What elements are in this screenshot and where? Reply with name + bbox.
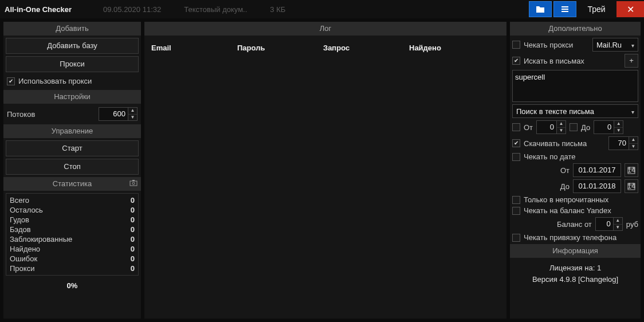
from-input[interactable]: 0 bbox=[536, 120, 557, 134]
svg-text:14: 14 bbox=[627, 182, 635, 190]
svg-text:14: 14 bbox=[627, 166, 635, 174]
date-to-input[interactable]: 01.01.2018 bbox=[573, 179, 621, 193]
to-spinner[interactable]: ▲▼ bbox=[614, 120, 623, 134]
download-spinner[interactable]: ▲▼ bbox=[629, 136, 638, 150]
tray-button[interactable]: Трей bbox=[578, 1, 615, 17]
menu-button[interactable] bbox=[553, 1, 576, 17]
date-to-label: До bbox=[560, 182, 570, 191]
balance-label: Баланс от bbox=[557, 220, 592, 229]
threads-input[interactable]: 600 bbox=[99, 107, 128, 121]
search-mail-label: Искать в письмах bbox=[524, 57, 621, 65]
phone-checkbox[interactable] bbox=[512, 234, 520, 242]
from-spinner[interactable]: ▲▼ bbox=[557, 120, 566, 134]
proxy-button[interactable]: Прокси bbox=[6, 56, 139, 72]
stat-row: Прокси0 bbox=[10, 264, 135, 273]
download-label: Скачивать письма bbox=[524, 139, 605, 148]
hdr-log: Лог bbox=[144, 22, 506, 36]
stat-row: Заблокированные0 bbox=[10, 235, 135, 244]
stat-row: Найдено0 bbox=[10, 245, 135, 253]
camera-icon[interactable] bbox=[129, 179, 138, 186]
yandex-checkbox[interactable] bbox=[512, 207, 520, 215]
search-mode-select[interactable]: Поиск в тексте письма bbox=[512, 104, 638, 118]
calendar-icon[interactable]: 14 bbox=[625, 163, 638, 177]
stat-row: Ошибок0 bbox=[10, 254, 135, 263]
to-label: До bbox=[581, 123, 590, 132]
balance-input[interactable]: 0 bbox=[595, 217, 614, 231]
use-proxy-checkbox[interactable] bbox=[7, 77, 15, 85]
check-proxy-label: Чекать прокси bbox=[524, 41, 589, 49]
hdr-add: Добавить bbox=[3, 22, 141, 36]
unread-checkbox[interactable] bbox=[512, 196, 520, 204]
hdr-info: Информация bbox=[510, 244, 641, 258]
search-textarea[interactable] bbox=[512, 70, 638, 102]
progress-label: 0% bbox=[3, 278, 141, 293]
stat-row: Осталось0 bbox=[10, 206, 135, 214]
bg-type: Текстовый докум.. bbox=[184, 5, 247, 14]
rub-label: руб bbox=[626, 220, 638, 229]
svg-rect-0 bbox=[130, 181, 137, 186]
bydate-label: Чекать по дате bbox=[524, 152, 576, 161]
col-found[interactable]: Найдено bbox=[409, 44, 495, 52]
start-button[interactable]: Старт bbox=[6, 140, 139, 156]
hdr-stats: Статистика bbox=[3, 177, 141, 191]
stat-row: Бэдов0 bbox=[10, 225, 135, 234]
hdr-extra: Дополнительно bbox=[510, 22, 641, 36]
app-title: All-in-One Checker bbox=[0, 5, 97, 14]
provider-select[interactable]: Mail.Ru bbox=[592, 38, 638, 52]
calendar-icon[interactable]: 14 bbox=[625, 179, 638, 193]
stat-row: Гудов0 bbox=[10, 215, 135, 224]
download-checkbox[interactable] bbox=[512, 139, 520, 147]
col-email[interactable]: Email bbox=[151, 44, 237, 52]
yandex-label: Чекать на баланс Yandex bbox=[524, 206, 611, 215]
background-row: 09.05.2020 11:32 Текстовый докум.. 3 КБ bbox=[97, 5, 529, 14]
col-password[interactable]: Пароль bbox=[237, 44, 323, 52]
phone-label: Чекать привязку телефона bbox=[524, 233, 616, 242]
unread-label: Только в непрочитанных bbox=[524, 195, 608, 204]
from-label: От bbox=[524, 123, 533, 132]
search-mail-checkbox[interactable] bbox=[512, 57, 520, 65]
svg-rect-1 bbox=[132, 180, 135, 181]
hdr-control: Управление bbox=[3, 124, 141, 138]
svg-point-2 bbox=[132, 182, 135, 184]
close-button[interactable]: ✕ bbox=[616, 1, 644, 17]
to-checkbox[interactable] bbox=[570, 123, 578, 131]
download-input[interactable]: 70 bbox=[608, 136, 629, 150]
stats-panel: Всего0 Осталось0 Гудов0 Бэдов0 Заблокиро… bbox=[6, 193, 139, 276]
log-columns: Email Пароль Запрос Найдено bbox=[144, 38, 506, 56]
hdr-settings: Настройки bbox=[3, 90, 141, 104]
check-proxy-checkbox[interactable] bbox=[512, 41, 520, 49]
stop-button[interactable]: Стоп bbox=[6, 159, 139, 175]
threads-label: Потоков bbox=[7, 110, 35, 119]
from-checkbox[interactable] bbox=[512, 123, 520, 131]
stat-row: Всего0 bbox=[10, 196, 135, 205]
use-proxy-label: Использовать прокси bbox=[18, 77, 92, 85]
col-request[interactable]: Запрос bbox=[323, 44, 409, 52]
balance-spinner[interactable]: ▲▼ bbox=[614, 217, 623, 231]
license-label: Лицензия на: 1 bbox=[510, 262, 641, 274]
bg-date: 09.05.2020 11:32 bbox=[103, 5, 161, 14]
bydate-checkbox[interactable] bbox=[512, 153, 520, 161]
to-input[interactable]: 0 bbox=[594, 120, 614, 134]
folder-button[interactable] bbox=[529, 1, 552, 17]
date-from-label: От bbox=[560, 166, 570, 175]
version-label[interactable]: Версия 4.9.8 [Changelog] bbox=[510, 274, 641, 285]
add-base-button[interactable]: Добавить базу bbox=[6, 38, 139, 54]
add-search-button[interactable]: + bbox=[625, 54, 638, 68]
threads-spinner[interactable]: ▲▼ bbox=[128, 107, 138, 121]
bg-size: 3 КБ bbox=[270, 5, 285, 14]
date-from-input[interactable]: 01.01.2017 bbox=[573, 163, 621, 177]
